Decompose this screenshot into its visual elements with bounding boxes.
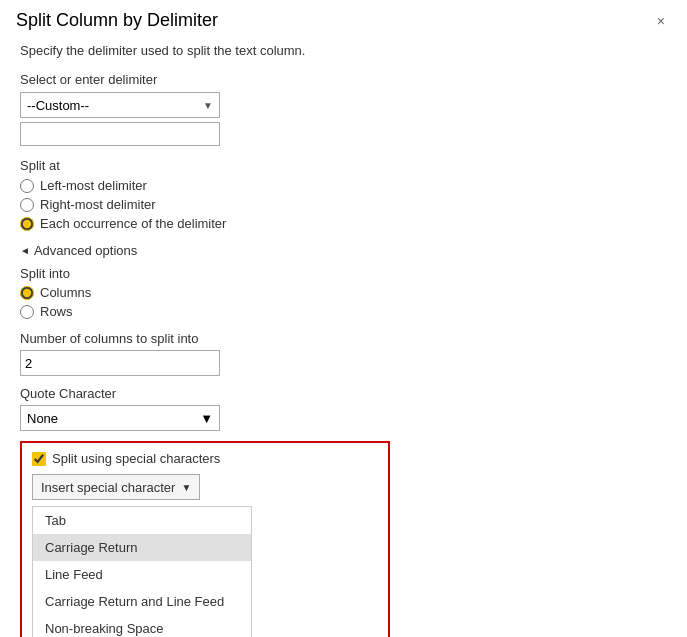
radio-right-input[interactable] bbox=[20, 198, 34, 212]
delimiter-value: --Custom-- bbox=[27, 98, 89, 113]
quote-label: Quote Character bbox=[20, 386, 667, 401]
quote-dropdown[interactable]: None ▼ bbox=[20, 405, 220, 431]
delimiter-label: Select or enter delimiter bbox=[20, 72, 667, 87]
delimiter-dropdown[interactable]: --Custom-- ▼ bbox=[20, 92, 220, 118]
quote-dropdown-arrow: ▼ bbox=[200, 411, 213, 426]
radio-rows-input[interactable] bbox=[20, 305, 34, 319]
radio-columns-label: Columns bbox=[40, 285, 91, 300]
radio-left: Left-most delimiter bbox=[20, 178, 667, 193]
insert-special-button[interactable]: Insert special character ▼ bbox=[32, 474, 200, 500]
custom-delimiter-input[interactable] bbox=[20, 122, 220, 146]
menu-item-cr[interactable]: Carriage Return bbox=[33, 534, 251, 561]
dialog-body: Specify the delimiter used to split the … bbox=[0, 39, 687, 637]
radio-right: Right-most delimiter bbox=[20, 197, 667, 212]
menu-item-lf[interactable]: Line Feed bbox=[33, 561, 251, 588]
split-into-label: Split into bbox=[20, 266, 667, 281]
radio-right-label: Right-most delimiter bbox=[40, 197, 156, 212]
radio-rows: Rows bbox=[20, 304, 667, 319]
split-special-label: Split using special characters bbox=[52, 451, 220, 466]
radio-each-label: Each occurrence of the delimiter bbox=[40, 216, 226, 231]
radio-rows-label: Rows bbox=[40, 304, 73, 319]
insert-btn-arrow-icon: ▼ bbox=[181, 482, 191, 493]
delimiter-dropdown-arrow: ▼ bbox=[203, 100, 213, 111]
radio-each-input[interactable] bbox=[20, 217, 34, 231]
split-at-radio-group: Left-most delimiter Right-most delimiter… bbox=[20, 178, 667, 231]
dialog-title: Split Column by Delimiter bbox=[16, 10, 218, 31]
dialog: Split Column by Delimiter × Specify the … bbox=[0, 0, 687, 637]
insert-btn-label: Insert special character bbox=[41, 480, 175, 495]
quote-value: None bbox=[27, 411, 58, 426]
collapse-icon: ◄ bbox=[20, 245, 30, 256]
advanced-header[interactable]: ◄ Advanced options bbox=[20, 243, 667, 258]
split-special-checkbox[interactable] bbox=[32, 452, 46, 466]
col-count-input[interactable] bbox=[20, 350, 220, 376]
radio-columns: Columns bbox=[20, 285, 667, 300]
radio-left-label: Left-most delimiter bbox=[40, 178, 147, 193]
radio-each: Each occurrence of the delimiter bbox=[20, 216, 667, 231]
radio-left-input[interactable] bbox=[20, 179, 34, 193]
special-char-menu: Tab Carriage Return Line Feed Carriage R… bbox=[32, 506, 252, 637]
close-button[interactable]: × bbox=[651, 12, 671, 30]
menu-item-crlf[interactable]: Carriage Return and Line Feed bbox=[33, 588, 251, 615]
split-at-label: Split at bbox=[20, 158, 667, 173]
col-count-label: Number of columns to split into bbox=[20, 331, 667, 346]
subtitle: Specify the delimiter used to split the … bbox=[20, 43, 667, 58]
title-bar: Split Column by Delimiter × bbox=[0, 0, 687, 39]
menu-item-tab[interactable]: Tab bbox=[33, 507, 251, 534]
advanced-label: Advanced options bbox=[34, 243, 137, 258]
split-special-section: Split using special characters Insert sp… bbox=[20, 441, 390, 637]
split-into-radio-group: Columns Rows bbox=[20, 285, 667, 319]
radio-columns-input[interactable] bbox=[20, 286, 34, 300]
split-special-checkbox-row: Split using special characters bbox=[32, 451, 378, 466]
menu-item-nbsp[interactable]: Non-breaking Space bbox=[33, 615, 251, 637]
